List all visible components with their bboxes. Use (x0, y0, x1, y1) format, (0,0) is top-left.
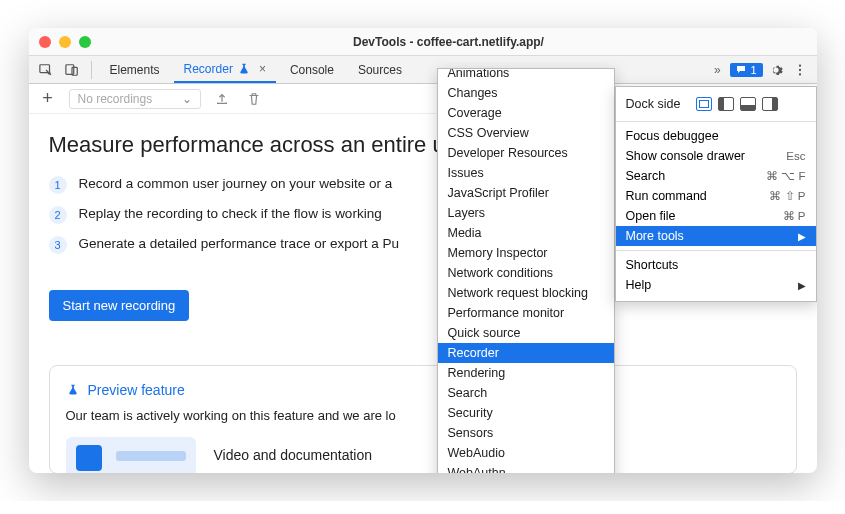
menu-item-label: Run command (626, 189, 707, 203)
more-tools-item[interactable]: JavaScript Profiler (438, 183, 614, 203)
more-tools-item[interactable]: CSS Overview (438, 123, 614, 143)
dock-bottom-icon[interactable] (740, 97, 756, 111)
more-tools-item[interactable]: Network conditions (438, 263, 614, 283)
more-tools-item[interactable]: WebAuthn (438, 463, 614, 473)
issues-count: 1 (750, 64, 756, 76)
svg-point-5 (798, 73, 800, 75)
preview-heading: Preview feature (66, 382, 780, 398)
tabbar-right: » 1 (706, 59, 810, 81)
minimize-window-icon[interactable] (59, 36, 71, 48)
submenu-arrow-icon: ▶ (798, 231, 806, 242)
start-recording-button[interactable]: Start new recording (49, 290, 190, 321)
more-tools-item[interactable]: Recorder (438, 343, 614, 363)
more-tools-item[interactable]: Animations (438, 68, 614, 83)
step-number: 2 (49, 206, 67, 224)
menu-item[interactable]: Run command⌘ ⇧ P (616, 186, 816, 206)
menu-item-shortcut: ⌘ ⇧ P (769, 189, 805, 203)
more-tools-item[interactable]: Layers (438, 203, 614, 223)
more-tools-item[interactable]: Issues (438, 163, 614, 183)
menu-more-tools[interactable]: More tools ▶ (616, 226, 816, 246)
more-tools-item[interactable]: Search (438, 383, 614, 403)
menu-item-shortcut: Esc (786, 150, 805, 162)
tab-elements-label: Elements (110, 63, 160, 77)
menu-item-label: Focus debuggee (626, 129, 719, 143)
chevron-down-icon: ⌄ (182, 92, 192, 106)
more-tools-submenu: AnimationsChangesCoverageCSS OverviewDev… (437, 68, 615, 473)
video-row: Video and documentation (66, 437, 780, 473)
close-tab-icon[interactable]: × (259, 62, 266, 76)
tab-elements[interactable]: Elements (100, 56, 170, 83)
menu-shortcuts[interactable]: Shortcuts (616, 255, 816, 275)
divider (91, 61, 92, 79)
svg-point-4 (798, 68, 800, 70)
window-title: DevTools - coffee-cart.netlify.app/ (91, 35, 807, 49)
dock-right-icon[interactable] (762, 97, 778, 111)
recordings-dropdown[interactable]: No recordings ⌄ (69, 89, 202, 109)
close-window-icon[interactable] (39, 36, 51, 48)
dock-side-row: Dock side (616, 93, 816, 117)
menu-item-label: Open file (626, 209, 676, 223)
step-text: Generate a detailed performance trace or… (79, 236, 399, 251)
shortcuts-label: Shortcuts (626, 258, 679, 272)
preview-text: Our team is actively working on this fea… (66, 408, 780, 423)
more-tools-item[interactable]: Sensors (438, 423, 614, 443)
zoom-window-icon[interactable] (79, 36, 91, 48)
more-tools-item[interactable]: Rendering (438, 363, 614, 383)
more-tools-item[interactable]: Network request blocking (438, 283, 614, 303)
step-text: Record a common user journey on your web… (79, 176, 393, 191)
dock-left-icon[interactable] (718, 97, 734, 111)
more-tools-item[interactable]: Coverage (438, 103, 614, 123)
more-tools-item[interactable]: Media (438, 223, 614, 243)
more-tools-item[interactable]: Security (438, 403, 614, 423)
gear-icon[interactable] (765, 59, 787, 81)
menu-item[interactable]: Open file⌘ P (616, 206, 816, 226)
video-thumbnail[interactable] (66, 437, 196, 473)
kebab-icon[interactable] (789, 59, 811, 81)
issues-badge[interactable]: 1 (730, 63, 762, 77)
recordings-dropdown-label: No recordings (78, 92, 153, 106)
devtools-window: DevTools - coffee-cart.netlify.app/ Elem… (29, 28, 817, 473)
titlebar: DevTools - coffee-cart.netlify.app/ (29, 28, 817, 56)
more-tools-item[interactable]: Developer Resources (438, 143, 614, 163)
more-tools-item[interactable]: WebAudio (438, 443, 614, 463)
menu-item[interactable]: Search⌘ ⌥ F (616, 166, 816, 186)
step-number: 3 (49, 236, 67, 254)
more-tools-item[interactable]: Changes (438, 83, 614, 103)
preview-title-label: Preview feature (88, 382, 185, 398)
menu-separator (616, 121, 816, 122)
submenu-arrow-icon: ▶ (798, 280, 806, 291)
export-icon[interactable] (211, 88, 233, 110)
menu-item-label: Show console drawer (626, 149, 746, 163)
dock-options (696, 97, 778, 111)
tab-sources[interactable]: Sources (348, 56, 412, 83)
more-tools-item[interactable]: Memory Inspector (438, 243, 614, 263)
menu-item[interactable]: Focus debuggee (616, 126, 816, 146)
help-label: Help (626, 278, 652, 292)
more-tabs-icon[interactable]: » (706, 59, 728, 81)
step-number: 1 (49, 176, 67, 194)
tab-console[interactable]: Console (280, 56, 344, 83)
flask-icon (66, 383, 80, 397)
more-tools-label: More tools (626, 229, 684, 243)
menu-item[interactable]: Show console drawerEsc (616, 146, 816, 166)
menu-separator (616, 250, 816, 251)
tab-sources-label: Sources (358, 63, 402, 77)
menu-item-label: Search (626, 169, 666, 183)
preview-feature-box: Preview feature Our team is actively wor… (49, 365, 797, 473)
inspect-icon[interactable] (35, 59, 57, 81)
menu-help[interactable]: Help ▶ (616, 275, 816, 295)
devtools-tabbar: Elements Recorder × Console Sources » 1 (29, 56, 817, 84)
dock-undock-icon[interactable] (696, 97, 712, 111)
dock-side-label: Dock side (626, 97, 681, 111)
tab-recorder[interactable]: Recorder × (174, 56, 276, 83)
more-tools-item[interactable]: Performance monitor (438, 303, 614, 323)
tab-recorder-label: Recorder (184, 62, 233, 76)
video-title: Video and documentation (214, 447, 373, 463)
more-tools-item[interactable]: Quick source (438, 323, 614, 343)
step-text: Replay the recording to check if the flo… (79, 206, 382, 221)
flask-icon (237, 62, 251, 76)
delete-icon[interactable] (243, 88, 265, 110)
device-toggle-icon[interactable] (61, 59, 83, 81)
menu-item-shortcut: ⌘ ⌥ F (766, 169, 805, 183)
add-icon[interactable]: + (37, 88, 59, 110)
